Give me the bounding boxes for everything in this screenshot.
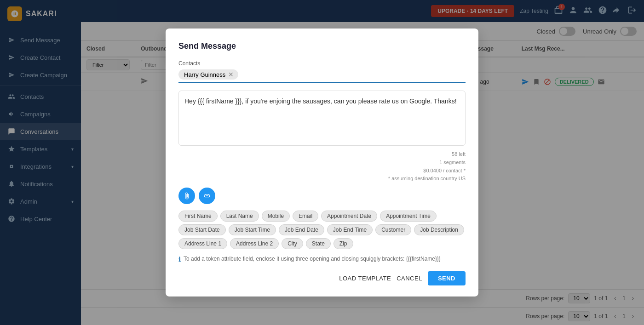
token-chip[interactable]: Job Description	[414, 224, 464, 235]
token-chip[interactable]: Appointment Date	[321, 211, 377, 222]
modal-overlay[interactable]: Send Message Contacts Harry Guinness ✕ H…	[0, 0, 644, 325]
contacts-input-area[interactable]: Harry Guinness ✕	[178, 69, 466, 83]
token-chip[interactable]: City	[282, 238, 303, 249]
token-chip[interactable]: Address Line 2	[230, 238, 279, 249]
token-chip[interactable]: State	[306, 238, 331, 249]
link-button[interactable]	[199, 188, 215, 204]
token-chip[interactable]: Address Line 1	[178, 238, 227, 249]
send-button[interactable]: SEND	[428, 271, 466, 285]
cancel-button[interactable]: CANCEL	[397, 275, 422, 282]
token-chip[interactable]: Job Start Time	[229, 224, 276, 235]
send-message-modal: Send Message Contacts Harry Guinness ✕ H…	[166, 29, 478, 296]
token-chip[interactable]: Email	[293, 211, 318, 222]
token-chip[interactable]: Last Name	[220, 211, 259, 222]
contact-chip: Harry Guinness ✕	[178, 69, 238, 80]
modal-actions: LOAD TEMPLATE CANCEL SEND	[178, 271, 466, 285]
token-chip[interactable]: Zip	[334, 238, 353, 249]
token-chip[interactable]: Job End Time	[327, 224, 373, 235]
message-stats: 58 left 1 segments $0.0400 / contact * *…	[178, 150, 466, 182]
token-chip[interactable]: Job Start Date	[178, 224, 226, 235]
toolbar-buttons	[178, 188, 466, 204]
token-chip[interactable]: Mobile	[262, 211, 290, 222]
info-text-area: ℹ To add a token attribute field, enclos…	[178, 256, 466, 263]
token-chip[interactable]: First Name	[178, 211, 218, 222]
attachment-button[interactable]	[178, 188, 195, 204]
info-text: To add a token attribute field, enclose …	[184, 256, 441, 262]
token-chip[interactable]: Job End Date	[279, 224, 324, 235]
token-chips-container: First NameLast NameMobileEmailAppointmen…	[178, 211, 466, 249]
contact-chip-remove[interactable]: ✕	[228, 71, 234, 78]
token-chip[interactable]: Appointment Time	[380, 211, 437, 222]
contacts-field-label: Contacts	[178, 60, 466, 67]
load-template-button[interactable]: LOAD TEMPLATE	[339, 275, 391, 282]
modal-title: Send Message	[178, 41, 466, 51]
message-textarea[interactable]: Hey {{{ firstName }}}, if you're enjoing…	[178, 91, 466, 146]
contact-chip-name: Harry Guinness	[184, 71, 225, 78]
info-icon: ℹ	[178, 256, 181, 263]
token-chip[interactable]: Customer	[375, 224, 411, 235]
